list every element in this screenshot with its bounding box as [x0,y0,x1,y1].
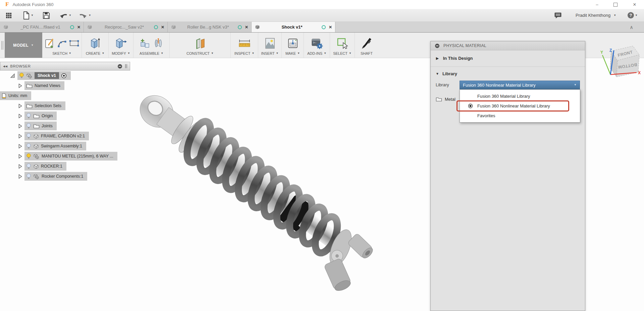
select-icon[interactable] [336,37,348,49]
expander-closed-icon[interactable] [18,144,22,149]
browser-row-manitou[interactable]: MANITOU METEL (215mm), 6 WAY ... [0,151,130,161]
browser-row-rocker[interactable]: ROCKER:1 [0,161,130,171]
browser-row-units[interactable]: Units: mm [0,91,130,101]
new-component-icon[interactable] [140,38,151,49]
construct-caret: ▼ [211,52,214,55]
assemble-menu[interactable]: ASSEMBLE ▼ [140,51,163,55]
ribbon-group-label: MAKE [285,51,296,55]
visibility-bulb-icon[interactable] [26,163,31,170]
modify-menu[interactable]: MODIFY ▼ [112,51,130,55]
insert-menu[interactable]: INSERT ▼ [261,51,278,55]
undo-button[interactable]: ▼ [57,11,73,20]
sketch-rectangle-icon[interactable] [69,39,79,47]
activate-component-icon[interactable] [61,73,67,79]
dropdown-option-nonlinear-library[interactable]: Fusion 360 Nonlinear Material Library [460,101,580,111]
browser-item-label: MANITOU METEL (215mm), 6 WAY ... [42,154,113,159]
make-menu[interactable]: MAKE ▼ [285,51,300,55]
feedback-button[interactable] [554,12,562,19]
dropdown-option-favorites[interactable]: Favorites [460,111,580,121]
browser-row-swingarm[interactable]: Swingarm Assembly:1 [0,141,130,151]
sketch-arc-icon[interactable] [57,39,67,48]
file-icon [22,11,30,20]
shaft-tool-icon[interactable] [361,37,372,49]
app-grid-button[interactable] [3,11,14,20]
create-sketch-icon[interactable] [45,38,55,49]
tab-close-icon[interactable]: ✕ [161,25,164,30]
create-form-icon[interactable] [90,37,101,49]
shaft-button[interactable]: SHAFT [361,51,373,55]
visibility-bulb-icon[interactable] [26,123,31,129]
tab-sync-status-icon[interactable] [322,25,326,29]
make-3d-print-icon[interactable] [287,38,299,49]
tab-roller-bearing[interactable]: Roller Be...g NSK v3* ✕ [168,22,252,32]
ribbon-group-label: INSERT [261,51,274,55]
tab-sync-status-icon[interactable] [70,25,74,29]
expander-open-icon[interactable] [10,73,15,78]
view-cube[interactable]: Y FRONT BOTTOM X Z [599,38,643,81]
expander-closed-icon[interactable] [18,114,22,119]
tab-sync-status-icon[interactable] [154,25,158,29]
visibility-bulb-icon[interactable] [26,133,31,139]
select-menu[interactable]: SELECT ▼ [333,51,352,55]
tab-sync-status-icon[interactable] [238,25,242,29]
construct-plane-icon[interactable] [195,37,206,49]
minimize-panel-icon[interactable] [435,43,440,48]
browser-row-joints[interactable]: Joints [0,121,130,131]
close-button[interactable]: ✕ [625,0,644,9]
measure-icon[interactable] [238,38,251,48]
collapse-tabs-button[interactable]: ∧ [619,22,644,32]
create-menu[interactable]: CREATE ▼ [86,51,105,55]
minimize-browser-icon[interactable] [117,64,122,69]
joint-icon[interactable] [153,38,163,49]
expander-closed-icon[interactable] [18,134,22,139]
library-dropdown[interactable]: Fusion 360 Nonlinear Material Library ▼ [460,81,580,89]
expander-closed-icon[interactable] [18,103,22,108]
browser-row-rocker-components[interactable]: Rocker Components:1 [0,171,130,181]
browser-header: ◀◀ BROWSER [0,62,130,71]
sketch-menu[interactable]: SKETCH ▼ [52,51,71,55]
addins-menu[interactable]: ADD-INS ▼ [307,51,326,55]
help-menu-button[interactable]: ? ▼ [626,11,639,19]
visibility-bulb-icon[interactable] [26,143,31,149]
visibility-bulb-icon[interactable] [26,113,31,119]
in-this-design-section[interactable]: ▶ In This Design [431,50,585,67]
redo-button[interactable]: ▼ [77,11,93,20]
browser-row-origin[interactable]: Origin [0,111,130,121]
browser-grip[interactable] [125,64,127,68]
tab-shock-active[interactable]: Shock v1* ✕ [252,22,335,32]
tab-reciprocating-saw[interactable]: Reciproc..._Saw v2* ✕ [84,22,168,32]
tab-pc-fan[interactable]: _PC FAN....f9aed v1 ✕ [0,22,84,32]
expander-closed-icon[interactable] [18,83,22,88]
save-button[interactable] [41,11,52,20]
visibility-bulb-icon[interactable] [26,173,31,180]
file-menu-button[interactable]: ▼ [20,10,35,20]
expander-closed-icon[interactable] [18,174,22,179]
modify-press-pull-icon[interactable] [115,38,127,49]
insert-image-icon[interactable] [265,37,275,49]
library-section-header[interactable]: ▼ Library [436,71,580,76]
visibility-bulb-icon[interactable] [19,73,24,79]
expander-closed-icon[interactable] [18,154,22,159]
tab-close-icon[interactable]: ✕ [77,25,80,30]
restore-button[interactable] [606,0,625,9]
tab-close-icon[interactable]: ✕ [245,25,248,30]
workspace-switcher[interactable]: MODEL ▼ [5,33,42,58]
browser-row-root[interactable]: Shock v1 [0,71,130,81]
expander-closed-icon[interactable] [18,124,22,129]
ribbon-drag-grip[interactable] [0,33,5,58]
addins-script-icon[interactable]: >- [311,38,323,49]
shock-absorber-model[interactable] [133,84,405,306]
inspect-menu[interactable]: INSPECT ▼ [234,51,255,55]
dropdown-option-material-library[interactable]: Fusion 360 Material Library [460,91,580,101]
expander-closed-icon[interactable] [18,164,22,169]
tab-label: Roller Be...g NSK v3* [178,25,238,30]
construct-menu[interactable]: CONSTRUCT ▼ [186,51,214,55]
user-account-menu[interactable]: Pradit Khemthong ▼ [574,12,618,18]
browser-row-frame[interactable]: FRAME, CARBON v2:1 [0,131,130,141]
collapse-browser-icon[interactable]: ◀◀ [3,65,8,68]
browser-row-selection-sets[interactable]: Selection Sets [0,101,130,111]
visibility-bulb-icon[interactable] [26,153,31,160]
tab-close-icon[interactable]: ✕ [329,25,332,30]
minimize-button[interactable]: – [588,0,606,9]
browser-row-named-views[interactable]: Named Views [0,81,130,91]
